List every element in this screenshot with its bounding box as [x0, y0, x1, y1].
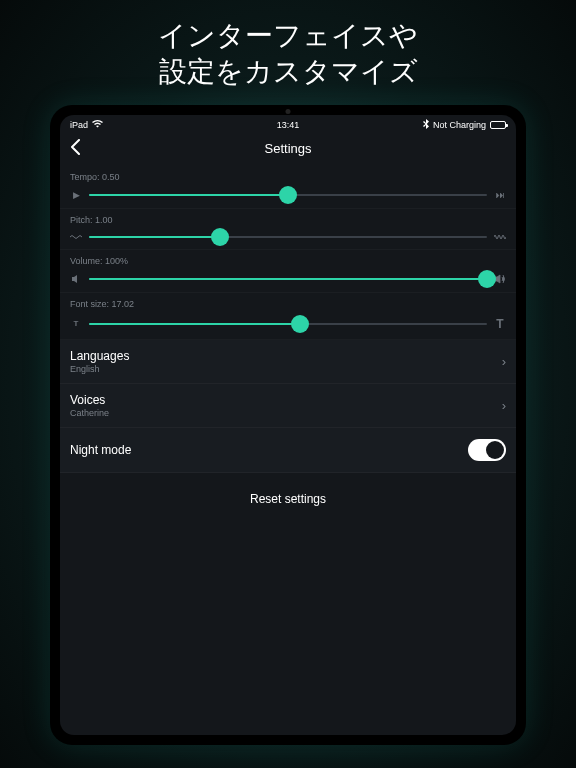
promo-line-1: インターフェイスや	[0, 18, 576, 54]
voices-row[interactable]: Voices Catherine ›	[60, 384, 516, 428]
languages-value: English	[70, 364, 129, 374]
tempo-section: Tempo: 0.50 ▶ ⏭	[60, 166, 516, 209]
fast-forward-icon: ⏭	[494, 190, 506, 200]
pitch-section: Pitch: 1.00	[60, 209, 516, 250]
chevron-right-icon: ›	[502, 354, 506, 369]
text-large-icon: T	[494, 317, 506, 331]
status-bar: iPad 13:41 Not Charging	[60, 115, 516, 133]
night-mode-title: Night mode	[70, 443, 131, 457]
pitch-slider[interactable]	[89, 236, 487, 238]
device-frame: iPad 13:41 Not Charging Settings	[50, 105, 526, 745]
wifi-icon	[92, 120, 103, 130]
tempo-label: Tempo: 0.50	[70, 172, 506, 182]
night-mode-toggle[interactable]	[468, 439, 506, 461]
promo-heading: インターフェイスや 設定をカスタマイズ	[0, 0, 576, 105]
tempo-slider[interactable]	[89, 194, 487, 196]
content-area: Tempo: 0.50 ▶ ⏭ Pitch: 1.00	[60, 166, 516, 735]
chevron-right-icon: ›	[502, 398, 506, 413]
volume-low-icon	[70, 274, 82, 284]
page-title: Settings	[265, 141, 312, 156]
fontsize-slider[interactable]	[89, 323, 487, 325]
languages-row[interactable]: Languages English ›	[60, 340, 516, 384]
charging-label: Not Charging	[433, 120, 486, 130]
volume-section: Volume: 100%	[60, 250, 516, 293]
play-icon: ▶	[70, 190, 82, 200]
back-button[interactable]	[70, 139, 80, 158]
languages-title: Languages	[70, 349, 129, 363]
voices-title: Voices	[70, 393, 109, 407]
fontsize-label: Font size: 17.02	[70, 299, 506, 309]
reset-label: Reset settings	[250, 492, 326, 506]
voices-value: Catherine	[70, 408, 109, 418]
reset-row[interactable]: Reset settings	[60, 473, 516, 523]
bluetooth-icon	[423, 119, 429, 131]
wave-high-icon	[494, 233, 506, 241]
battery-icon	[490, 121, 506, 129]
volume-label: Volume: 100%	[70, 256, 506, 266]
screen: iPad 13:41 Not Charging Settings	[60, 115, 516, 735]
night-mode-row: Night mode	[60, 428, 516, 473]
camera-dot	[286, 109, 291, 114]
fontsize-section: Font size: 17.02 T T	[60, 293, 516, 340]
pitch-label: Pitch: 1.00	[70, 215, 506, 225]
wave-low-icon	[70, 233, 82, 241]
text-small-icon: T	[70, 319, 82, 328]
volume-slider[interactable]	[89, 278, 487, 280]
promo-line-2: 設定をカスタマイズ	[0, 54, 576, 90]
nav-bar: Settings	[60, 133, 516, 166]
time-label: 13:41	[277, 120, 300, 130]
device-label: iPad	[70, 120, 88, 130]
